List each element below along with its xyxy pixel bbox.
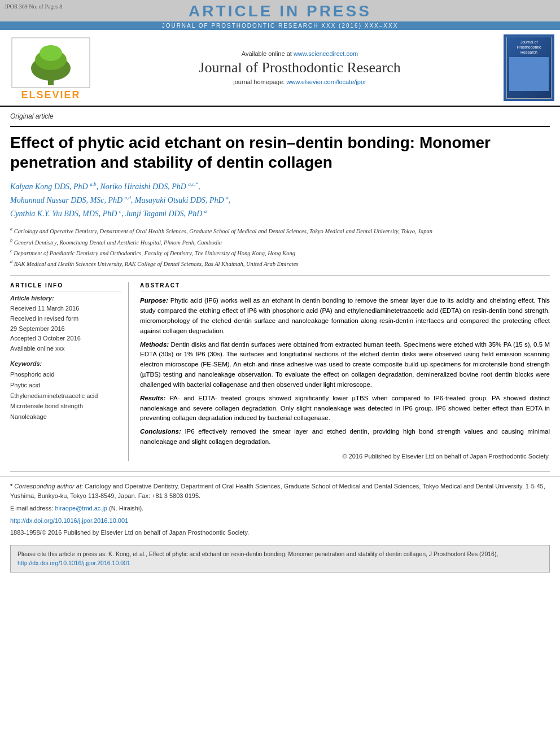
abstract-results: Results: PA- and EDTA- treated groups sh… <box>140 394 550 423</box>
issn-note: 1883-1958/© 2016 Published by Elsevier L… <box>10 528 550 538</box>
keywords-label: Keywords: <box>10 360 121 367</box>
email-link[interactable]: hiraope@tmd.ac.jp <box>55 505 107 512</box>
affiliations: a Cariology and Operative Dentistry, Dep… <box>10 226 550 276</box>
doi-link[interactable]: http://dx.doi.org/10.1016/j.jpor.2016.10… <box>10 517 128 524</box>
citation-doi-link[interactable]: http://dx.doi.org/10.1016/j.jpor.2016.10… <box>18 560 130 566</box>
two-col-section: ARTICLE INFO Article history: Received 1… <box>10 282 550 461</box>
keyword-5: Nanoleakage <box>10 412 121 422</box>
elsevier-logo: ELSEVIER <box>6 34 96 101</box>
keyword-1: Phosphoric acid <box>10 369 121 380</box>
affiliation-c: c Department of Paediatric Dentistry and… <box>10 248 550 257</box>
author-2: Noriko Hiraishi DDS, PhD a,c,* <box>100 182 198 191</box>
footnotes-divider <box>10 471 550 472</box>
elsevier-label: ELSEVIER <box>21 89 80 101</box>
homepage-link[interactable]: www.elsevier.com/locate/jpor <box>286 78 366 85</box>
history-revised-date: 29 September 2016 <box>10 324 121 334</box>
article-in-press-title: ARTICLE IN PRESS <box>0 2 560 20</box>
affiliation-d: d RAK Medical and Health Sciences Univer… <box>10 259 550 268</box>
doi-note: http://dx.doi.org/10.1016/j.jpor.2016.10… <box>10 516 550 526</box>
affiliation-a: a Cariology and Operative Dentistry, Dep… <box>10 226 550 235</box>
email-note: E-mail address: hiraope@tmd.ac.jp (N. Hi… <box>10 504 550 514</box>
author-4: Masayuki Otsuki DDS, PhD a <box>135 196 229 204</box>
elsevier-tree-icon <box>11 37 90 88</box>
abstract-text: Purpose: Phytic acid (IP6) works well as… <box>140 296 550 461</box>
keyword-4: Microtensile bond strength <box>10 401 121 412</box>
abstract-methods: Methods: Dentin disks and flat dentin su… <box>140 340 550 390</box>
article-info-col: ARTICLE INFO Article history: Received 1… <box>10 282 129 461</box>
title-top-divider <box>10 126 550 127</box>
affiliation-b: b General Dentistry, Roomchang Dental an… <box>10 237 550 247</box>
author-3: Mohannad Nassar DDS, MSc, PhD a,d <box>10 196 131 204</box>
available-online: Available online at www.sciencedirect.co… <box>102 50 498 57</box>
citation-box: Please cite this article in press as: K.… <box>10 545 550 573</box>
jpor-info: JPOR 369 No. of Pages 8 <box>5 3 62 10</box>
header-row: ELSEVIER Available online at www.science… <box>0 30 560 107</box>
history-accepted: Accepted 3 October 2016 <box>10 334 121 344</box>
abstract-col: ABSTRACT Purpose: Phytic acid (IP6) work… <box>140 282 550 461</box>
journal-title: Journal of Prosthodontic Research <box>102 59 498 76</box>
history-available: Available online xxx <box>10 344 121 354</box>
journal-band: JOURNAL OF PROSTHODONTIC RESEARCH XXX (2… <box>0 21 560 30</box>
abstract-conclusions: Conclusions: IP6 effectively removed the… <box>140 427 550 447</box>
header-center: Available online at www.sciencedirect.co… <box>102 34 498 101</box>
article-title: Effect of phytic acid etchant on resin–d… <box>10 133 550 172</box>
cover-title: Journal ofProsthodonticResearch <box>517 40 541 55</box>
author-5: Cynthia K.Y. Yiu BDS, MDS, PhD c <box>10 209 121 218</box>
author-6: Junji Tagami DDS, PhD a <box>125 209 207 218</box>
abstract-heading: ABSTRACT <box>140 282 550 291</box>
author-1: Kalyan Kong DDS, PhD a,b <box>10 182 96 191</box>
journal-cover: Journal ofProsthodonticResearch <box>504 34 554 101</box>
article-info-heading: ARTICLE INFO <box>10 282 121 291</box>
svg-point-4 <box>40 45 62 61</box>
footnotes-section: * Corresponding author at: Cariology and… <box>0 477 560 545</box>
top-banner: JPOR 369 No. of Pages 8 ARTICLE IN PRESS <box>0 0 560 21</box>
keyword-2: Phytic acid <box>10 380 121 391</box>
cover-photo <box>509 57 549 91</box>
history-received: Received 11 March 2016 <box>10 304 121 314</box>
article-body: Original article Effect of phytic acid e… <box>0 107 560 467</box>
article-type: Original article <box>10 112 550 120</box>
keyword-3: Ethylenediaminetetraacetic acid <box>10 391 121 401</box>
journal-homepage: journal homepage: www.elsevier.com/locat… <box>102 78 498 85</box>
history-revised-label: Received in revised form <box>10 314 121 324</box>
corresponding-author-note: * Corresponding author at: Cariology and… <box>10 482 550 501</box>
cover-image: Journal ofProsthodonticResearch <box>506 37 552 99</box>
abstract-purpose: Purpose: Phytic acid (IP6) works well as… <box>140 296 550 336</box>
copyright: © 2016 Published by Elsevier Ltd on beha… <box>140 452 550 461</box>
history-label: Article history: <box>10 295 121 302</box>
sciencedirect-link[interactable]: www.sciencedirect.com <box>294 50 358 57</box>
authors-list: Kalyan Kong DDS, PhD a,b, Noriko Hiraish… <box>10 180 550 220</box>
